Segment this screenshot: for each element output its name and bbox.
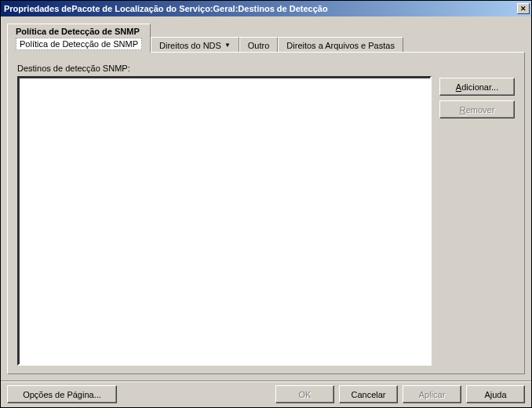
tab-nds-rights[interactable]: Direitos do NDS ▼ <box>151 37 239 53</box>
tab-sublabel: Política de Detecção de SNMP <box>16 38 142 50</box>
titlebar: Propriedades dePacote de Localização do … <box>1 1 531 16</box>
help-button[interactable]: Ajuda <box>466 385 525 403</box>
tab-label: Política de Detecção de SNMP <box>16 27 140 36</box>
tabstrip: Política de Detecção de SNMP Política de… <box>7 23 525 52</box>
tab-file-folder-rights[interactable]: Direitos a Arquivos e Pastas <box>278 37 403 53</box>
tab-label: Direitos a Arquivos e Pastas <box>286 41 395 50</box>
tab-label: Direitos do NDS <box>159 41 221 50</box>
left-column: Destinos de detecção SNMP: <box>17 64 432 366</box>
apply-button: Aplicar <box>403 385 461 403</box>
list-label: Destinos de detecção SNMP: <box>17 64 432 73</box>
dialog-window: Propriedades dePacote de Localização do … <box>0 0 532 408</box>
right-column: Adicionar... Remover <box>439 64 515 366</box>
tab-label: Outro <box>248 41 270 50</box>
content-area: Política de Detecção de SNMP Política de… <box>1 16 531 381</box>
ok-button: OK <box>275 385 334 403</box>
tab-panel: Destinos de detecção SNMP: Adicionar... … <box>7 52 525 374</box>
tab-snmp-detection-policy[interactable]: Política de Detecção de SNMP Política de… <box>7 24 151 53</box>
page-options-button[interactable]: Opções de Página... <box>7 385 117 403</box>
chevron-down-icon: ▼ <box>224 42 231 49</box>
snmp-targets-listbox[interactable] <box>17 76 432 366</box>
main-area: Destinos de detecção SNMP: Adicionar... … <box>17 64 515 366</box>
add-button[interactable]: Adicionar... <box>439 78 515 96</box>
tab-other[interactable]: Outro <box>239 37 279 53</box>
window-title: Propriedades dePacote de Localização do … <box>4 4 517 13</box>
close-icon[interactable] <box>517 3 530 14</box>
cancel-button[interactable]: Cancelar <box>339 385 398 403</box>
button-label: Remover <box>460 105 495 115</box>
button-label: Adicionar... <box>456 82 498 92</box>
remove-button: Remover <box>439 100 515 118</box>
footer-bar: Opções de Página... OK Cancelar Aplicar … <box>1 381 531 407</box>
